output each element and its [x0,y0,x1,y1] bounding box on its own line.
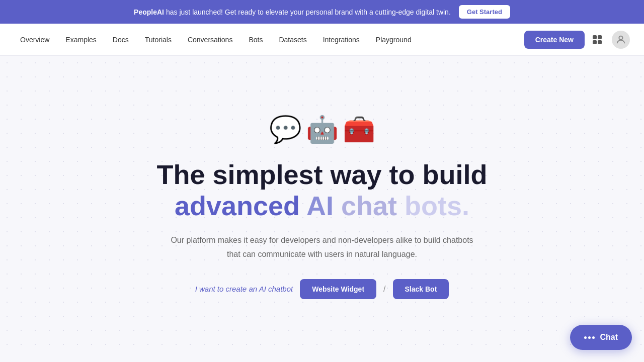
nav-link-overview[interactable]: Overview [12,32,57,48]
brand-name: PeopleAI [134,8,164,16]
emoji-robot: 🤖 [306,114,339,145]
svg-point-0 [619,36,622,39]
cta-text: I want to create an AI chatbot [195,285,293,293]
hero-title: The simplest way to build advanced AI ch… [156,159,487,221]
nav-actions: Create New [524,29,632,51]
announcement-banner: PeopleAI has just launched! Get ready to… [0,0,644,24]
navbar: Overview Examples Docs Tutorials Convers… [0,24,644,56]
nav-links: Overview Examples Docs Tutorials Convers… [12,32,524,48]
hero-section: 💬 🤖 🧰 The simplest way to build advanced… [0,56,644,347]
slack-bot-button[interactable]: Slack Bot [393,279,449,299]
banner-message: has just launched! Get ready to elevate … [166,8,451,16]
chat-widget[interactable]: Chat [570,325,632,347]
hero-title-line2: advanced AI chat bots. [156,190,487,221]
get-started-button[interactable]: Get Started [459,5,510,19]
emoji-tools: 🧰 [343,114,375,145]
nav-link-datasets[interactable]: Datasets [271,32,314,48]
nav-link-docs[interactable]: Docs [105,32,137,48]
hero-description: Our platform makes it easy for developer… [166,233,478,260]
chat-dots-icon [584,336,595,339]
cta-divider: / [383,285,385,294]
chat-widget-label: Chat [600,333,618,342]
hero-word-advanced: advanced [175,191,300,221]
hero-title-line1: The simplest way to build [156,159,487,190]
hero-word-bots: bots. [405,191,469,221]
hero-emojis: 💬 🤖 🧰 [269,114,375,145]
create-new-button[interactable]: Create New [524,31,585,49]
hero-cta: I want to create an AI chatbot Website W… [195,279,449,299]
hero-word-ai: AI [306,191,334,221]
nav-link-playground[interactable]: Playground [368,32,420,48]
nav-link-integrations[interactable]: Integrations [315,32,368,48]
nav-link-examples[interactable]: Examples [57,32,104,48]
emoji-chat: 💬 [269,114,302,145]
nav-link-conversations[interactable]: Conversations [180,32,241,48]
avatar [612,31,630,49]
grid-icon [593,35,602,44]
layout-toggle-button[interactable] [591,33,604,46]
nav-link-bots[interactable]: Bots [240,32,271,48]
hero-word-chat: chat [341,191,397,221]
nav-link-tutorials[interactable]: Tutorials [137,32,180,48]
account-button[interactable] [610,29,632,51]
banner-text: PeopleAI has just launched! Get ready to… [134,8,451,16]
website-widget-button[interactable]: Website Widget [300,279,376,299]
